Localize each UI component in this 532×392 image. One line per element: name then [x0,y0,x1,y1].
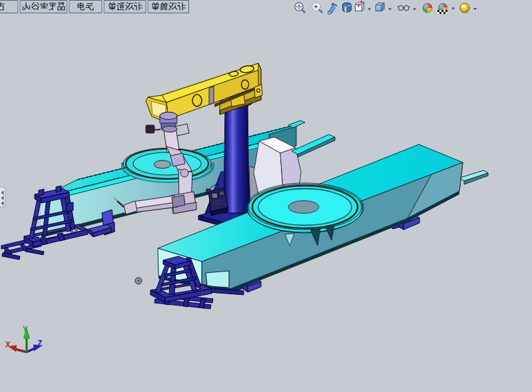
svg-text:Z: Z [37,339,43,349]
svg-text:X: X [5,340,11,350]
svg-text:Y: Y [23,325,28,335]
